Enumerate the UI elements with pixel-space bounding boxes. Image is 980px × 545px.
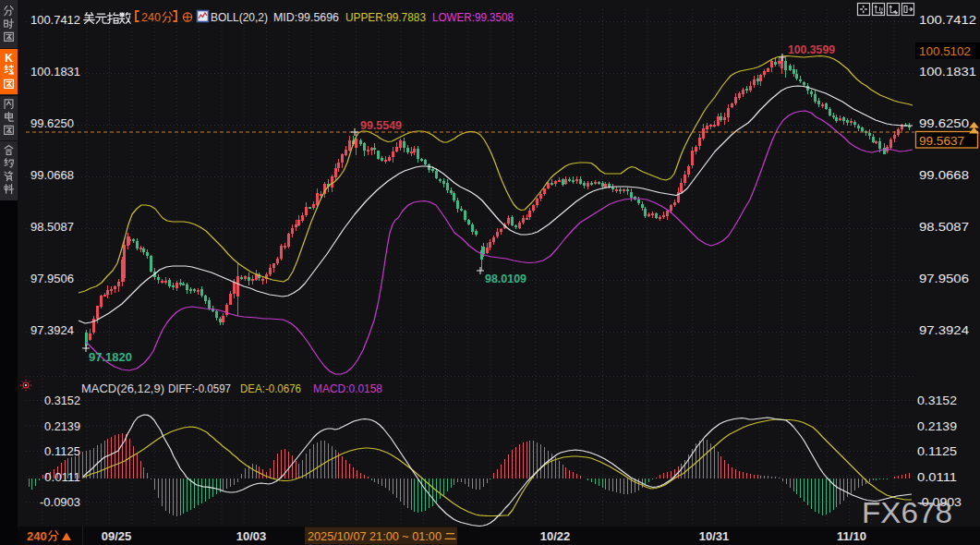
svg-text:DIFF:-0.0597: DIFF:-0.0597 [168,382,231,395]
svg-text:10/31: 10/31 [699,529,730,543]
svg-text:240: 240 [27,529,47,543]
svg-text:0.3152: 0.3152 [44,394,80,407]
svg-text:100.3599: 100.3599 [788,42,835,56]
svg-text:97.9506: 97.9506 [919,272,969,285]
svg-text:0.2139: 0.2139 [917,419,957,433]
svg-text:0.0111: 0.0111 [917,470,957,484]
svg-text:100.1831: 100.1831 [919,65,976,79]
svg-text:100.7412: 100.7412 [30,13,80,27]
svg-text:100.1831: 100.1831 [30,65,80,79]
svg-text:98.0109: 98.0109 [485,272,526,285]
svg-text:10/22: 10/22 [540,529,571,543]
svg-text:99.6250: 99.6250 [919,116,969,130]
svg-text:100.7412: 100.7412 [919,13,976,27]
svg-text:0.1125: 0.1125 [44,444,80,458]
svg-text:MACD:0.0158: MACD:0.0158 [313,382,382,395]
svg-text:99.5549: 99.5549 [360,118,402,132]
svg-text:10/03: 10/03 [236,529,267,543]
svg-text:11/10: 11/10 [837,529,866,543]
svg-text:BOLL(20,2): BOLL(20,2) [211,10,268,24]
svg-text:0.1125: 0.1125 [917,444,957,458]
svg-text:98.5087: 98.5087 [30,220,74,234]
svg-text:-0.0903: -0.0903 [40,495,80,509]
svg-text:97.1820: 97.1820 [89,350,132,364]
svg-text:K: K [5,52,13,65]
svg-text:99.0668: 99.0668 [919,168,969,182]
svg-text:LOWER:99.3508: LOWER:99.3508 [432,10,514,24]
svg-text:DEA:-0.0676: DEA:-0.0676 [240,382,301,395]
svg-text:99.6250: 99.6250 [30,116,74,130]
svg-text:FX678: FX678 [862,496,952,529]
svg-text:MACD(26,12,9): MACD(26,12,9) [81,382,164,395]
svg-text:0.0111: 0.0111 [44,470,80,484]
svg-text:09/25: 09/25 [102,529,132,543]
svg-text:100.5102: 100.5102 [919,44,971,58]
svg-text:0.2139: 0.2139 [44,419,80,433]
svg-text:UPPER:99.7883: UPPER:99.7883 [345,10,426,24]
svg-text:240: 240 [141,10,161,24]
svg-text:99.0668: 99.0668 [30,168,74,182]
svg-text:99.5637: 99.5637 [919,134,964,148]
svg-text:97.3924: 97.3924 [30,323,74,337]
svg-text:97.9506: 97.9506 [30,272,74,285]
svg-text:98.5087: 98.5087 [919,220,969,234]
svg-text:MID:99.5696: MID:99.5696 [273,10,339,24]
svg-text:0.3152: 0.3152 [917,394,957,407]
svg-text:2025/10/07 21:00 ~ 01:00: 2025/10/07 21:00 ~ 01:00 [308,529,442,543]
svg-text:97.3924: 97.3924 [919,323,970,337]
